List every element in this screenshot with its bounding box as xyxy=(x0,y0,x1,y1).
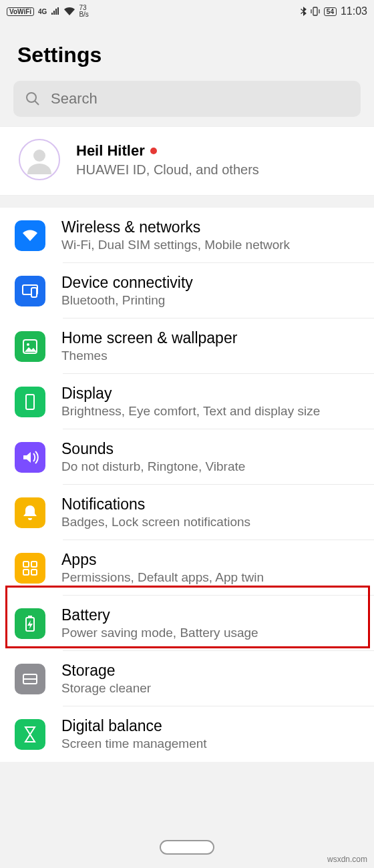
item-content: BatteryPower saving mode, Battery usage xyxy=(61,606,361,640)
wifi-status-icon xyxy=(64,7,75,15)
status-left: VoWiFi 4G 73 B/s xyxy=(7,5,89,18)
svg-rect-13 xyxy=(28,616,32,618)
settings-item-home-screen-wallpaper[interactable]: Home screen & wallpaperThemes xyxy=(0,318,374,374)
item-content: SoundsDo not disturb, Ringtone, Vibrate xyxy=(61,440,361,474)
item-title: Device connectivity xyxy=(61,274,361,292)
notification-dot-icon xyxy=(150,148,157,154)
svg-point-2 xyxy=(33,150,45,162)
storage-icon xyxy=(15,664,45,694)
avatar xyxy=(19,139,60,180)
clock: 11:03 xyxy=(341,5,367,17)
sounds-icon xyxy=(15,442,45,473)
status-bar: VoWiFi 4G 73 B/s 54 11:03 xyxy=(0,0,374,23)
item-sub: Do not disturb, Ringtone, Vibrate xyxy=(61,459,361,474)
settings-item-device-connectivity[interactable]: Device connectivityBluetooth, Printing xyxy=(0,263,374,318)
svg-point-1 xyxy=(27,93,36,102)
item-content: Home screen & wallpaperThemes xyxy=(61,329,361,363)
search-container xyxy=(0,81,374,126)
item-title: Digital balance xyxy=(61,717,361,735)
vowifi-badge: VoWiFi xyxy=(7,7,34,16)
data-speed: 73 B/s xyxy=(79,5,88,18)
svg-rect-0 xyxy=(313,7,317,15)
item-sub: Bluetooth, Printing xyxy=(61,293,361,308)
item-title: Apps xyxy=(61,551,361,569)
device-connectivity-icon xyxy=(15,276,45,306)
apps-icon xyxy=(15,553,45,584)
item-content: Digital balanceScreen time management xyxy=(61,717,361,751)
svg-rect-7 xyxy=(26,395,34,409)
digital-balance-icon xyxy=(15,719,45,750)
svg-rect-4 xyxy=(31,288,37,297)
item-title: Storage xyxy=(61,662,361,680)
settings-item-digital-balance[interactable]: Digital balanceScreen time management xyxy=(0,706,374,762)
item-title: Notifications xyxy=(61,495,361,513)
account-name: Heil Hitler xyxy=(76,142,145,160)
settings-item-notifications[interactable]: NotificationsBadges, Lock screen notific… xyxy=(0,485,374,540)
search-icon xyxy=(25,91,40,106)
account-sub: HUAWEI ID, Cloud, and others xyxy=(76,162,259,178)
item-content: NotificationsBadges, Lock screen notific… xyxy=(61,495,361,529)
vibrate-icon xyxy=(311,7,320,16)
settings-item-sounds[interactable]: SoundsDo not disturb, Ringtone, Vibrate xyxy=(0,429,374,485)
settings-item-apps[interactable]: AppsPermissions, Default apps, App twin xyxy=(0,540,374,596)
svg-point-6 xyxy=(27,343,29,346)
item-title: Display xyxy=(61,385,361,403)
notifications-icon xyxy=(15,497,45,528)
item-sub: Badges, Lock screen notifications xyxy=(61,515,361,529)
svg-rect-8 xyxy=(23,562,29,567)
svg-rect-10 xyxy=(23,570,29,575)
item-content: Wireless & networksWi-Fi, Dual SIM setti… xyxy=(61,218,361,252)
item-content: DisplayBrightness, Eye comfort, Text and… xyxy=(61,385,361,419)
settings-item-display[interactable]: DisplayBrightness, Eye comfort, Text and… xyxy=(0,374,374,429)
search-input[interactable] xyxy=(51,90,349,107)
item-sub: Screen time management xyxy=(61,736,361,751)
battery-indicator: 54 xyxy=(324,7,337,16)
status-right: 54 11:03 xyxy=(300,5,367,17)
item-content: AppsPermissions, Default apps, App twin xyxy=(61,551,361,585)
page-title: Settings xyxy=(17,43,357,67)
settings-list: Wireless & networksWi-Fi, Dual SIM setti… xyxy=(0,208,374,762)
signal-icon xyxy=(51,7,60,15)
settings-item-storage[interactable]: StorageStorage cleaner xyxy=(0,651,374,706)
network-type: 4G xyxy=(38,8,47,15)
item-title: Home screen & wallpaper xyxy=(61,329,361,347)
wallpaper-icon xyxy=(15,331,45,362)
item-content: Device connectivityBluetooth, Printing xyxy=(61,274,361,308)
item-title: Battery xyxy=(61,606,361,624)
search-box[interactable] xyxy=(13,81,361,117)
section-gap xyxy=(0,196,374,208)
account-name-row: Heil Hitler xyxy=(76,142,259,160)
svg-rect-11 xyxy=(31,570,37,575)
svg-rect-9 xyxy=(31,562,37,567)
watermark: wsxdn.com xyxy=(327,855,367,864)
settings-item-battery[interactable]: BatteryPower saving mode, Battery usage xyxy=(0,596,374,651)
item-sub: Power saving mode, Battery usage xyxy=(61,626,361,640)
settings-header: Settings xyxy=(0,23,374,81)
item-sub: Themes xyxy=(61,349,361,363)
settings-item-wireless-networks[interactable]: Wireless & networksWi-Fi, Dual SIM setti… xyxy=(0,208,374,263)
bluetooth-icon xyxy=(300,7,307,16)
account-row[interactable]: Heil Hitler HUAWEI ID, Cloud, and others xyxy=(0,126,374,196)
item-sub: Storage cleaner xyxy=(61,681,361,696)
item-content: StorageStorage cleaner xyxy=(61,662,361,696)
display-icon xyxy=(15,387,45,417)
home-nav-pill[interactable] xyxy=(160,840,214,855)
wifi-icon xyxy=(15,220,45,251)
item-title: Wireless & networks xyxy=(61,218,361,236)
item-sub: Permissions, Default apps, App twin xyxy=(61,570,361,585)
account-text: Heil Hitler HUAWEI ID, Cloud, and others xyxy=(76,142,259,178)
battery-icon xyxy=(15,608,45,639)
item-sub: Wi-Fi, Dual SIM settings, Mobile network xyxy=(61,238,361,252)
item-sub: Brightness, Eye comfort, Text and displa… xyxy=(61,404,361,419)
item-title: Sounds xyxy=(61,440,361,458)
